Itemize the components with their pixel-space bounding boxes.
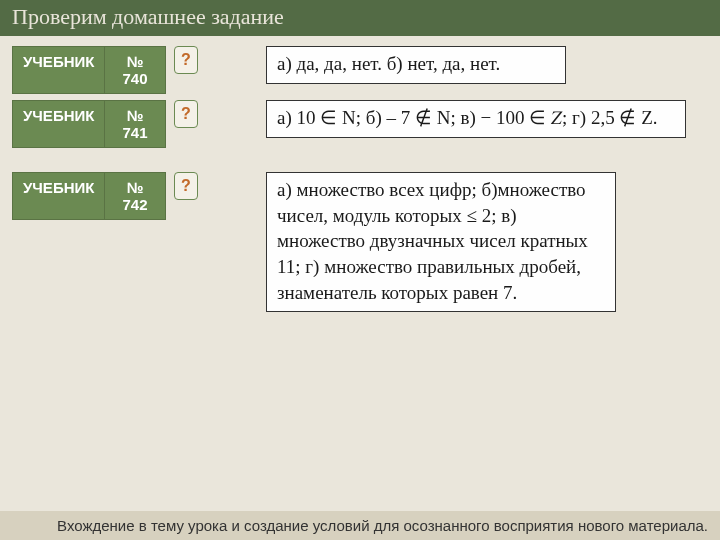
content-area: УЧЕБНИК № 740 ? а) да, да, нет. б) нет, … — [0, 36, 720, 332]
task-number: № 741 — [104, 100, 166, 148]
textbook-label: УЧЕБНИК — [12, 46, 104, 94]
task-badge: УЧЕБНИК № 742 — [12, 172, 166, 220]
answer-box: а) множество всех цифр; б)множество чисе… — [266, 172, 616, 312]
answer-box: а) 10 ∈ N; б) – 7 ∉ N; в) − 100 ∈ 𝑍; г) … — [266, 100, 686, 138]
textbook-label: УЧЕБНИК — [12, 100, 104, 148]
textbook-label: УЧЕБНИК — [12, 172, 104, 220]
page-footer: Вхождение в тему урока и создание услови… — [0, 511, 720, 540]
question-mark-icon[interactable]: ? — [174, 172, 198, 200]
task-badge: УЧЕБНИК № 740 — [12, 46, 166, 94]
question-mark-icon[interactable]: ? — [174, 46, 198, 74]
answer-box: а) да, да, нет. б) нет, да, нет. — [266, 46, 566, 84]
task-badge: УЧЕБНИК № 741 — [12, 100, 166, 148]
page-title: Проверим домашнее задание — [12, 4, 284, 29]
footer-text: Вхождение в тему урока и создание услови… — [57, 517, 708, 534]
task-row: УЧЕБНИК № 741 ? а) 10 ∈ N; б) – 7 ∉ N; в… — [12, 100, 708, 148]
question-mark-icon[interactable]: ? — [174, 100, 198, 128]
page-header: Проверим домашнее задание — [0, 0, 720, 36]
task-row: УЧЕБНИК № 740 ? а) да, да, нет. б) нет, … — [12, 46, 708, 94]
task-number: № 742 — [104, 172, 166, 220]
task-number: № 740 — [104, 46, 166, 94]
task-row: УЧЕБНИК № 742 ? а) множество всех цифр; … — [12, 172, 708, 312]
